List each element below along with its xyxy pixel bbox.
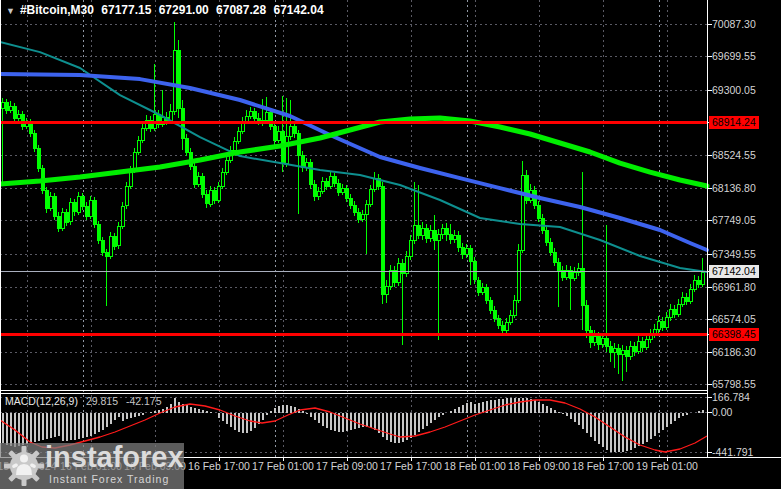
ohlc-low: 67087.28 xyxy=(216,3,266,17)
chart-title: ▼#Bitcoin,M30 67177.15 67291.00 67087.28… xyxy=(6,3,328,17)
macd-main-value: 29.815 xyxy=(86,395,118,407)
symbol-dropdown-icon[interactable]: ▼ xyxy=(6,6,15,16)
price-line-label: 67142.04 xyxy=(709,265,759,278)
price-axis-label: 70087.30 xyxy=(712,18,756,30)
time-axis-label: 16 Feb 17:00 xyxy=(188,460,250,472)
time-axis-label: 18 Feb 01:00 xyxy=(444,460,506,472)
price-axis-label: 69699.55 xyxy=(712,50,756,62)
price-axis-label: 66574.05 xyxy=(712,313,756,325)
price-axis-label: 68524.55 xyxy=(712,149,756,161)
instaforex-watermark: instaforex Instant Forex Trading xyxy=(0,443,184,489)
price-axis-label: 66961.80 xyxy=(712,281,756,293)
time-axis-label: 18 Feb 17:00 xyxy=(572,460,634,472)
watermark-tagline: Instant Forex Trading xyxy=(49,473,169,485)
price-line-label: 68914.24 xyxy=(709,116,759,129)
price-axis-label: 65798.55 xyxy=(712,378,756,390)
mt4-chart-window: ▼#Bitcoin,M30 67177.15 67291.00 67087.28… xyxy=(0,0,781,489)
price-axis-label: 68136.80 xyxy=(712,182,756,194)
macd-axis-label: -441.791 xyxy=(712,446,753,458)
time-axis-label: 17 Feb 17:00 xyxy=(380,460,442,472)
price-axis-label: 67349.55 xyxy=(712,248,756,260)
watermark-brand: instaforex xyxy=(45,441,184,474)
price-axis-label: 69300.05 xyxy=(712,84,756,96)
ohlc-high: 67291.00 xyxy=(159,3,209,17)
ohlc-close: 67142.04 xyxy=(274,3,324,17)
macd-signal-value: -42.175 xyxy=(126,395,162,407)
time-axis-label: 19 Feb 01:00 xyxy=(636,460,698,472)
chart-canvas[interactable] xyxy=(0,0,781,489)
macd-indicator-label: MACD(12,26,9) 29.815 -42.175 xyxy=(5,395,162,407)
symbol-period-label: #Bitcoin,M30 xyxy=(20,3,94,17)
macd-axis-label: 0.00 xyxy=(712,406,732,418)
price-line-label: 66398.45 xyxy=(709,328,759,341)
time-axis-label: 18 Feb 09:00 xyxy=(508,460,570,472)
price-axis-label: 66186.30 xyxy=(712,346,756,358)
price-axis-label: 67749.05 xyxy=(712,214,756,226)
time-axis-label: 17 Feb 01:00 xyxy=(252,460,314,472)
macd-axis-label: 166.784 xyxy=(712,391,750,403)
instaforex-gear-icon xyxy=(3,445,45,487)
ohlc-open: 67177.15 xyxy=(101,3,151,17)
macd-name: MACD(12,26,9) xyxy=(5,395,78,407)
time-axis-label: 17 Feb 09:00 xyxy=(316,460,378,472)
